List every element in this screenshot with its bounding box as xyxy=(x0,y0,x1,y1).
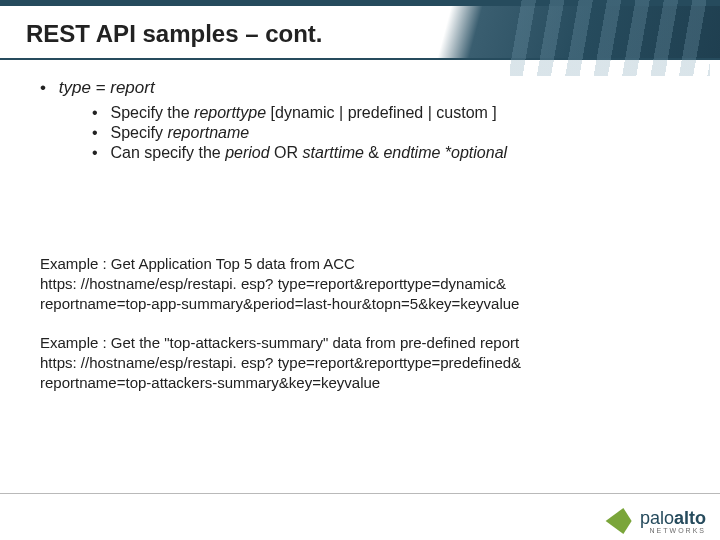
param-name: starttime xyxy=(303,144,364,161)
param-name: reporttype xyxy=(194,104,266,121)
bullet-dot-icon: • xyxy=(40,78,54,98)
brand-text: paloalto xyxy=(640,508,706,529)
footer-divider xyxy=(0,493,720,494)
brand-text-light: palo xyxy=(640,508,674,528)
bullet-dot-icon: • xyxy=(92,124,106,142)
brand-subtext: NETWORKS xyxy=(640,527,706,534)
text: Can specify the xyxy=(110,144,225,161)
text: & xyxy=(364,144,384,161)
brand-text-heavy: alto xyxy=(674,508,706,528)
example-label: Example : Get the "top-attackers-summary… xyxy=(40,333,680,353)
bullet-level1: • type = report xyxy=(40,78,680,98)
optional-note: *optional xyxy=(440,144,507,161)
brand-logo: paloalto NETWORKS xyxy=(608,508,706,534)
param-name: reportname xyxy=(167,124,249,141)
brand-mark-icon xyxy=(608,508,634,534)
bullet-dot-icon: • xyxy=(92,144,106,162)
title-bar: REST API samples – cont. xyxy=(0,0,720,60)
brand-text-wrap: paloalto NETWORKS xyxy=(640,508,706,534)
bullet-dot-icon: • xyxy=(92,104,106,122)
param-name: period xyxy=(225,144,269,161)
text: OR xyxy=(270,144,303,161)
example-url-line: reportname=top-app-summary&period=last-h… xyxy=(40,294,680,314)
sub-bullet-1: • Specify the reporttype [dynamic | pred… xyxy=(92,104,680,122)
page-title: REST API samples – cont. xyxy=(0,6,720,48)
examples-block: Example : Get Application Top 5 data fro… xyxy=(0,164,720,393)
sub-bullet-2: • Specify reportname xyxy=(92,124,680,142)
example-url-line: reportname=top-attackers-summary&key=key… xyxy=(40,373,680,393)
main-bullet-block: • type = report • Specify the reporttype… xyxy=(0,60,720,162)
example-2: Example : Get the "top-attackers-summary… xyxy=(40,333,680,392)
text: Specify xyxy=(110,124,167,141)
text: Specify the xyxy=(110,104,194,121)
example-url-line: https: //hostname/esp/restapi. esp? type… xyxy=(40,274,680,294)
sub-bullet-3: • Can specify the period OR starttime & … xyxy=(92,144,680,162)
example-url-line: https: //hostname/esp/restapi. esp? type… xyxy=(40,353,680,373)
param-name: endtime xyxy=(383,144,440,161)
example-label: Example : Get Application Top 5 data fro… xyxy=(40,254,680,274)
example-1: Example : Get Application Top 5 data fro… xyxy=(40,254,680,313)
text: [dynamic | predefined | custom ] xyxy=(266,104,497,121)
bullet-sublist: • Specify the reporttype [dynamic | pred… xyxy=(40,104,680,162)
bullet-level1-text: type = report xyxy=(59,78,155,97)
